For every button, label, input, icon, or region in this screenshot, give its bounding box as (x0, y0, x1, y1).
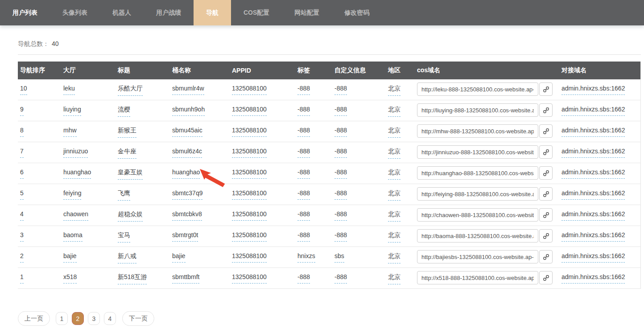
link-domain-editable-value[interactable]: admin.hnixzs.sbs:1662 (561, 210, 625, 221)
hall-editable-value[interactable]: leku (63, 85, 75, 95)
bucket-editable-value[interactable]: sbmu45aic (172, 127, 202, 137)
hall-editable-value[interactable]: chaowen (63, 210, 88, 221)
next-page-button[interactable]: 下一页 (122, 311, 154, 326)
hall-editable-value[interactable]: liuying (63, 106, 81, 116)
cos-url-input[interactable] (417, 208, 538, 222)
link-domain-editable-value[interactable]: admin.hnixzs.sbs:1662 (561, 273, 625, 284)
open-link-button[interactable] (539, 208, 553, 222)
link-domain-editable-value[interactable]: admin.hnixzs.sbs:1662 (561, 231, 625, 242)
order-editable-value[interactable]: 8 (20, 127, 24, 137)
open-link-button[interactable] (539, 145, 553, 159)
title-editable-value[interactable]: 飞鹰 (118, 189, 130, 201)
nav-tab-user-list[interactable]: 用户列表 (0, 0, 50, 25)
prev-page-button[interactable]: 上一页 (18, 311, 50, 326)
title-editable-value[interactable]: 流樱 (118, 106, 130, 117)
title-editable-value[interactable]: 乐酷大厅 (118, 85, 143, 96)
appid-editable-value[interactable]: 1325088100 (232, 273, 267, 284)
open-link-button[interactable] (539, 124, 553, 138)
cos-url-input[interactable] (417, 250, 538, 263)
title-editable-value[interactable]: 金牛座 (118, 148, 136, 159)
nav-tab-site-config[interactable]: 网站配置 (282, 0, 332, 25)
tag-editable-value[interactable]: -888 (297, 231, 310, 242)
appid-editable-value[interactable]: 1325088100 (232, 189, 267, 200)
appid-editable-value[interactable]: 1325088100 (232, 106, 267, 116)
appid-editable-value[interactable]: 1325088100 (232, 252, 267, 263)
open-link-button[interactable] (539, 271, 553, 284)
open-link-button[interactable] (539, 103, 553, 117)
nav-tab-user-record[interactable]: 用户战绩 (144, 0, 194, 25)
appid-editable-value[interactable]: 1325088100 (232, 148, 267, 158)
appid-editable-value[interactable]: 1325088100 (232, 85, 267, 95)
nav-tab-avatar-list[interactable]: 头像列表 (50, 0, 100, 25)
hall-editable-value[interactable]: baoma (63, 231, 83, 242)
link-domain-editable-value[interactable]: admin.hnixzs.sbs:1662 (561, 169, 625, 179)
title-editable-value[interactable]: 新八戒 (118, 252, 136, 263)
cos-url-input[interactable] (417, 103, 538, 117)
bucket-editable-value[interactable]: sbmtrgt0t (172, 231, 198, 242)
page-button-2[interactable]: 2 (72, 312, 84, 325)
hall-editable-value[interactable]: feiying (63, 189, 81, 200)
order-editable-value[interactable]: 4 (20, 210, 24, 221)
tag-editable-value[interactable]: -888 (297, 127, 310, 137)
hall-editable-value[interactable]: mhw (63, 127, 77, 137)
cos-url-input[interactable] (417, 145, 538, 159)
region-editable-value[interactable]: 北京 (388, 189, 400, 201)
nav-tab-navigation[interactable]: 导航 (194, 0, 231, 25)
custom-editable-value[interactable]: -888 (334, 106, 347, 116)
nav-tab-robot[interactable]: 机器人 (100, 0, 144, 25)
appid-editable-value[interactable]: 1325088100 (232, 231, 267, 242)
page-button-4[interactable]: 4 (104, 312, 116, 325)
cos-url-input[interactable] (417, 124, 538, 138)
order-editable-value[interactable]: 1 (20, 273, 24, 284)
nav-tab-cos-config[interactable]: COS配置 (231, 0, 282, 25)
region-editable-value[interactable]: 北京 (388, 106, 400, 117)
open-link-button[interactable] (539, 250, 553, 263)
order-editable-value[interactable]: 9 (20, 106, 24, 116)
custom-editable-value[interactable]: -888 (334, 273, 347, 284)
hall-editable-value[interactable]: bajie (63, 252, 77, 263)
region-editable-value[interactable]: 北京 (388, 85, 400, 96)
bucket-editable-value[interactable]: sbmumlr4w (172, 85, 204, 95)
bucket-editable-value[interactable]: sbmttbmft (172, 273, 199, 284)
bucket-editable-value[interactable]: sbmul6z4c (172, 148, 202, 158)
link-domain-editable-value[interactable]: admin.hnixzs.sbs:1662 (561, 106, 625, 116)
cos-url-input[interactable] (417, 187, 538, 201)
tag-editable-value[interactable]: -888 (297, 85, 310, 95)
open-link-button[interactable] (539, 187, 553, 201)
bucket-editable-value[interactable]: bajie (172, 252, 186, 263)
bucket-editable-value[interactable]: huanghao (172, 169, 200, 179)
order-editable-value[interactable]: 7 (20, 148, 24, 158)
nav-tab-change-password[interactable]: 修改密码 (332, 0, 382, 25)
custom-editable-value[interactable]: -888 (334, 85, 347, 95)
title-editable-value[interactable]: 超稳众娱 (118, 210, 143, 222)
hall-editable-value[interactable]: huanghao (63, 169, 91, 179)
title-editable-value[interactable]: 新518互游 (118, 273, 147, 284)
cos-url-input[interactable] (417, 82, 538, 96)
region-editable-value[interactable]: 北京 (388, 127, 400, 138)
custom-editable-value[interactable]: -888 (334, 127, 347, 137)
custom-editable-value[interactable]: -888 (334, 148, 347, 158)
tag-editable-value[interactable]: -888 (297, 273, 310, 284)
custom-editable-value[interactable]: -888 (334, 169, 347, 179)
appid-editable-value[interactable]: 1325088100 (232, 169, 267, 179)
link-domain-editable-value[interactable]: admin.hnixzs.sbs:1662 (561, 127, 625, 137)
order-editable-value[interactable]: 10 (20, 85, 27, 95)
link-domain-editable-value[interactable]: admin.hnixzs.sbs:1662 (561, 252, 625, 263)
region-editable-value[interactable]: 北京 (388, 273, 400, 284)
open-link-button[interactable] (539, 229, 553, 243)
tag-editable-value[interactable]: -888 (297, 210, 310, 221)
cos-url-input[interactable] (417, 229, 538, 243)
order-editable-value[interactable]: 5 (20, 189, 24, 200)
order-editable-value[interactable]: 6 (20, 169, 24, 179)
open-link-button[interactable] (539, 82, 553, 96)
order-editable-value[interactable]: 3 (20, 231, 24, 242)
bucket-editable-value[interactable]: sbmunh9oh (172, 106, 205, 116)
page-button-3[interactable]: 3 (88, 312, 100, 325)
title-editable-value[interactable]: 新猴王 (118, 127, 136, 138)
order-editable-value[interactable]: 2 (20, 252, 24, 263)
region-editable-value[interactable]: 北京 (388, 210, 400, 222)
cos-url-input[interactable] (417, 166, 538, 180)
link-domain-editable-value[interactable]: admin.hnixzs.sbs:1662 (561, 85, 625, 95)
bucket-editable-value[interactable]: sbmtc37q9 (172, 189, 202, 200)
custom-editable-value[interactable]: -888 (334, 210, 347, 221)
